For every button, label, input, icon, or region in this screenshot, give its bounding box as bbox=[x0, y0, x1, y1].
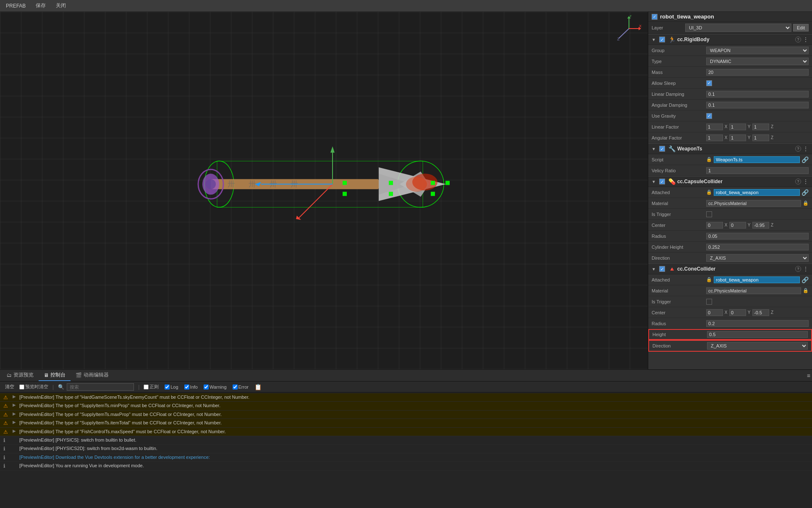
script-input[interactable] bbox=[714, 156, 800, 163]
log-line-7: ℹ ▶ [PreviewInEditor] Download the Vue D… bbox=[0, 453, 812, 462]
weaponts-more-btn[interactable]: ⋮ bbox=[803, 145, 809, 152]
log-checkbox[interactable] bbox=[165, 384, 170, 390]
cone-direction-row: Direction Z_AXIS X_AXIS Y_AXIS bbox=[648, 340, 812, 352]
mass-input[interactable] bbox=[706, 69, 809, 76]
cone-collapse[interactable]: ▼ bbox=[652, 267, 656, 271]
assets-tab[interactable]: 🗂 资源预览 bbox=[2, 370, 39, 381]
capsule-direction-select[interactable]: Z_AXIS X_AXIS Y_AXIS bbox=[706, 254, 809, 262]
inspector-scroll[interactable]: ▼ ✓ 🏃 cc.RigidBody ? ⋮ Group WEAPON bbox=[648, 34, 812, 369]
rigidbody-collapse[interactable]: ▼ bbox=[652, 37, 656, 42]
cone-trigger-checkbox[interactable] bbox=[706, 299, 712, 305]
regex-checkbox[interactable] bbox=[144, 384, 149, 390]
rigidbody-more-btn[interactable]: ⋮ bbox=[803, 36, 809, 43]
bottom-menu-icon[interactable]: ≡ bbox=[807, 372, 810, 379]
warn-icon-1: ⚠ bbox=[3, 403, 11, 409]
console-output[interactable]: ⚠ ▶ [PreviewInEditor] The type of "HardG… bbox=[0, 392, 812, 508]
info-filter[interactable]: Info bbox=[184, 384, 198, 390]
weaponts-enabled[interactable]: ✓ bbox=[659, 146, 665, 152]
layer-select[interactable]: UI_3D bbox=[685, 24, 791, 32]
lf-z-input[interactable] bbox=[752, 124, 769, 130]
lf-x-input[interactable] bbox=[706, 124, 723, 130]
log-expand-0[interactable]: ▶ bbox=[13, 394, 19, 399]
angular-damping-input[interactable] bbox=[706, 102, 809, 108]
af-x-field: X bbox=[706, 134, 728, 141]
capsule-attach-link-icon[interactable]: 🔗 bbox=[802, 189, 809, 196]
console-tab[interactable]: 🖥 控制台 bbox=[39, 370, 71, 381]
cone-radius-input[interactable] bbox=[706, 320, 809, 327]
capsule-attached-input[interactable] bbox=[714, 189, 800, 196]
save-btn[interactable]: 保存 bbox=[33, 1, 48, 10]
capsule-trigger-checkbox[interactable] bbox=[706, 211, 712, 217]
cone-more-btn[interactable]: ⋮ bbox=[803, 266, 809, 272]
capsule-radius-input[interactable] bbox=[706, 233, 809, 240]
capsule-icon: 💊 bbox=[668, 178, 676, 185]
cone-material-input[interactable] bbox=[706, 287, 801, 294]
log-text-0: [PreviewInEditor] The type of "HardGameS… bbox=[19, 394, 809, 400]
use-gravity-checkbox[interactable]: ✓ bbox=[706, 113, 712, 119]
cc-y-input[interactable] bbox=[729, 222, 746, 229]
allow-sleep-label: Allow Sleep bbox=[652, 81, 706, 86]
cc-x-input[interactable] bbox=[706, 222, 723, 229]
rigidbody-info-btn[interactable]: ? bbox=[795, 37, 801, 42]
af-x-input[interactable] bbox=[706, 134, 723, 141]
regex-filter[interactable]: 正则 bbox=[144, 384, 159, 390]
animation-tab-label: 动画编辑器 bbox=[84, 371, 109, 379]
viewport[interactable]: 卅 卅 卅 卅 bbox=[0, 12, 648, 369]
log-filter[interactable]: Log bbox=[165, 384, 178, 390]
cc-z-input[interactable] bbox=[752, 222, 769, 229]
node-enabled-checkbox[interactable]: ✓ bbox=[652, 14, 657, 20]
search-input[interactable] bbox=[67, 383, 134, 391]
svg-point-22 bbox=[206, 179, 216, 189]
coc-z-input[interactable] bbox=[752, 309, 769, 316]
console-extra-icon[interactable]: 📋 bbox=[254, 384, 262, 390]
log-expand-2[interactable]: ▶ bbox=[13, 411, 19, 416]
log-expand-7: ▶ bbox=[13, 454, 19, 459]
af-y-input[interactable] bbox=[729, 134, 746, 141]
cone-height-input[interactable] bbox=[707, 331, 808, 338]
cone-attached-input[interactable] bbox=[714, 276, 800, 283]
warning-filter[interactable]: Warning bbox=[204, 384, 227, 390]
capsule-material-input[interactable] bbox=[706, 200, 801, 207]
lf-y-input[interactable] bbox=[729, 124, 746, 130]
coc-y-input[interactable] bbox=[729, 309, 746, 316]
capsule-enabled[interactable]: ✓ bbox=[659, 179, 665, 184]
coc-x-input[interactable] bbox=[706, 309, 723, 316]
coc-z-label: Z bbox=[770, 310, 775, 315]
preview-clear-checkbox[interactable] bbox=[19, 384, 24, 390]
weaponts-collapse[interactable]: ▼ bbox=[652, 147, 656, 151]
log-expand-1[interactable]: ▶ bbox=[13, 403, 19, 407]
weaponts-info-btn[interactable]: ? bbox=[795, 146, 801, 152]
velicy-ratio-input[interactable] bbox=[706, 167, 809, 174]
cone-enabled[interactable]: ✓ bbox=[659, 266, 665, 272]
error-checkbox[interactable] bbox=[233, 384, 238, 390]
error-filter[interactable]: Error bbox=[233, 384, 249, 390]
allow-sleep-checkbox[interactable]: ✓ bbox=[706, 80, 712, 86]
cone-direction-select[interactable]: Z_AXIS X_AXIS Y_AXIS bbox=[707, 342, 808, 350]
rigidbody-title: cc.RigidBody bbox=[677, 37, 794, 42]
coc-x-label: X bbox=[723, 310, 728, 315]
af-z-input[interactable] bbox=[752, 134, 769, 141]
capsule-more-btn[interactable]: ⋮ bbox=[803, 178, 809, 185]
cylinder-height-input[interactable] bbox=[706, 244, 809, 250]
capsule-info-btn[interactable]: ? bbox=[795, 179, 801, 184]
log-text-7[interactable]: [PreviewInEditor] Download the Vue Devto… bbox=[19, 454, 809, 461]
type-select[interactable]: DYNAMIC bbox=[706, 58, 809, 65]
preview-clear-label[interactable]: 预览时清空 bbox=[19, 384, 48, 390]
script-link-icon[interactable]: 🔗 bbox=[802, 156, 809, 163]
cone-attach-link-icon[interactable]: 🔗 bbox=[802, 276, 809, 283]
warning-checkbox[interactable] bbox=[204, 384, 209, 390]
capsule-lock-icon: 🔒 bbox=[706, 190, 712, 195]
clear-btn[interactable]: 清空 bbox=[3, 383, 17, 391]
group-select[interactable]: WEAPON bbox=[706, 47, 809, 54]
info-checkbox[interactable] bbox=[184, 384, 189, 390]
linear-damping-input[interactable] bbox=[706, 91, 809, 97]
close-btn[interactable]: 关闭 bbox=[53, 1, 68, 10]
log-expand-4[interactable]: ▶ bbox=[13, 429, 19, 433]
capsule-collapse[interactable]: ▼ bbox=[652, 179, 656, 184]
rigidbody-enabled[interactable]: ✓ bbox=[659, 37, 665, 42]
cone-info-btn[interactable]: ? bbox=[795, 266, 801, 272]
animation-tab[interactable]: 🎬 动画编辑器 bbox=[71, 370, 114, 381]
log-expand-3[interactable]: ▶ bbox=[13, 420, 19, 424]
prefab-btn[interactable]: PREFAB bbox=[3, 2, 28, 10]
layer-edit-btn[interactable]: Edit bbox=[793, 24, 809, 32]
